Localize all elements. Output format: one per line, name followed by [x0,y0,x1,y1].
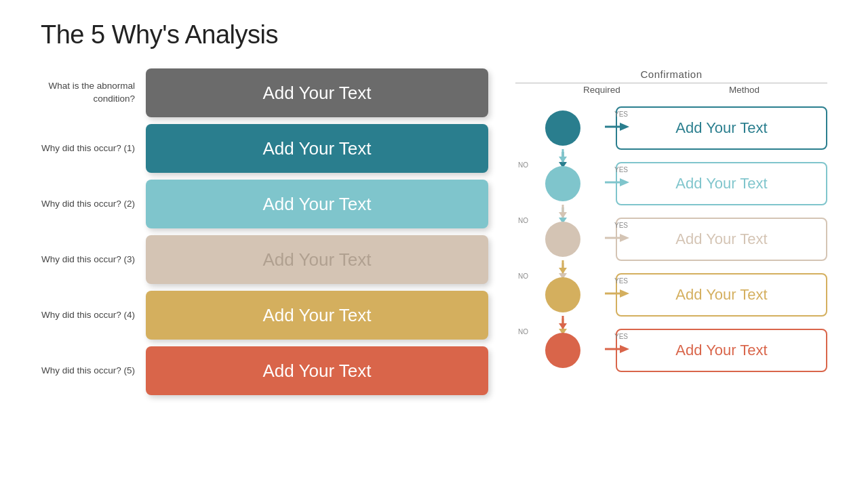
conf-box-0[interactable]: Add Your Text [616,106,827,150]
confirmation-subheaders: Required Method [515,85,827,95]
sub-required: Required [583,85,620,95]
circle-3 [545,277,580,312]
svg-marker-23 [559,323,567,329]
arrow-down-icon [556,205,570,218]
right-row-3: NO YES [515,267,827,323]
main-box-1[interactable]: Add Your Text [146,124,488,173]
conf-box-2[interactable]: Add Your Text [616,218,827,261]
arrow-right-icon [605,231,629,245]
page: The 5 Why's Analysis What is the abnorma… [0,0,868,488]
right-section: Confirmation Required Method YES [488,68,827,402]
circle-area-1: NO YES [515,156,610,211]
left-row-4: Why did this occur? (4) Add Your Text [41,291,488,340]
arrow-down-icon [556,316,570,329]
row-label-1: Why did this occur? (1) [41,142,146,155]
conf-box-4[interactable]: Add Your Text [616,329,827,372]
circle-area-4: NO YES [515,323,610,378]
circle-1 [545,166,580,201]
main-content: What is the abnormal condition? Add Your… [41,68,827,402]
main-box-5[interactable]: Add Your Text [146,346,488,395]
confirmation-header: Confirmation [515,68,827,80]
circle-0 [545,110,580,146]
svg-marker-7 [620,178,629,186]
svg-marker-19 [620,289,629,298]
row-label-2: Why did this occur? (2) [41,198,146,211]
row-label-4: Why did this occur? (4) [41,309,146,322]
left-row-3: Why did this occur? (3) Add Your Text [41,235,488,284]
main-box-2[interactable]: Add Your Text [146,180,488,228]
main-box-0[interactable]: Add Your Text [146,68,488,117]
circle-4 [545,333,580,368]
svg-marker-13 [620,234,629,242]
arrow-down-icon [556,149,570,163]
row-label-5: Why did this occur? (5) [41,365,146,378]
svg-marker-11 [559,212,567,218]
circle-area-3: NO YES [515,267,610,323]
svg-marker-1 [620,123,629,131]
arrow-right-icon [605,342,629,356]
arrow-right-icon [605,176,629,189]
arrow-right-icon [605,287,629,300]
right-row-2: NO YES [515,211,827,267]
row-label-0: What is the abnormal condition? [41,80,146,106]
right-row-4: NO YES [515,323,827,378]
circle-area-0: YES [515,100,610,156]
conf-box-3[interactable]: Add Your Text [616,273,827,317]
left-section: What is the abnormal condition? Add Your… [41,68,488,402]
main-box-4[interactable]: Add Your Text [146,291,488,340]
right-row-0: YES Add Your Text [515,100,827,156]
left-row-2: Why did this occur? (2) Add Your Text [41,180,488,228]
left-row-0: What is the abnormal condition? Add Your… [41,68,488,117]
svg-marker-25 [620,345,629,353]
circle-area-2: NO YES [515,211,610,267]
conf-box-1[interactable]: Add Your Text [616,162,827,205]
svg-marker-17 [559,268,567,274]
svg-marker-5 [559,157,567,163]
page-title: The 5 Why's Analysis [41,20,827,49]
confirmation-divider [515,83,827,83]
sub-method: Method [729,85,760,95]
row-label-3: Why did this occur? (3) [41,253,146,266]
right-rows: YES Add Your Text NO [515,100,827,378]
arrow-right-icon [605,120,629,134]
circle-2 [545,222,580,257]
left-row-1: Why did this occur? (1) Add Your Text [41,124,488,173]
main-box-3[interactable]: Add Your Text [146,235,488,284]
left-row-5: Why did this occur? (5) Add Your Text [41,346,488,395]
right-row-1: NO YES [515,156,827,211]
arrow-down-icon [556,260,570,274]
